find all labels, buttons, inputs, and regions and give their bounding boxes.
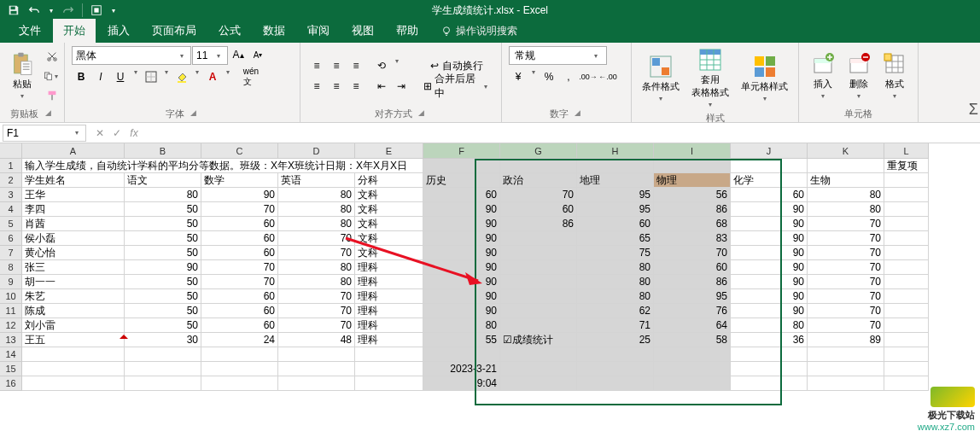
column-header[interactable]: D xyxy=(278,143,355,159)
cell[interactable]: 80 xyxy=(278,188,355,202)
cell[interactable] xyxy=(278,362,355,376)
border-icon[interactable] xyxy=(142,68,160,85)
cell[interactable]: 80 xyxy=(278,217,355,231)
select-all-button[interactable] xyxy=(0,143,22,159)
cell[interactable]: 50 xyxy=(125,318,201,333)
italic-button[interactable]: I xyxy=(91,68,110,85)
tab-insert[interactable]: 插入 xyxy=(97,19,140,43)
cell[interactable] xyxy=(884,347,929,362)
cell[interactable] xyxy=(731,376,808,391)
cell[interactable]: 70 xyxy=(201,275,278,289)
cell[interactable]: 重复项 xyxy=(884,159,929,173)
cell[interactable]: 80 xyxy=(577,275,654,289)
cell[interactable]: 71 xyxy=(577,318,654,333)
cell[interactable]: 李四 xyxy=(22,202,125,217)
cell[interactable]: 9:04 xyxy=(423,376,500,391)
cell[interactable] xyxy=(278,376,355,391)
font-dialog-launcher[interactable]: ◢ xyxy=(188,108,200,120)
cell[interactable]: 70 xyxy=(808,289,884,304)
cancel-formula-icon[interactable]: ✕ xyxy=(92,127,108,139)
cell[interactable]: 理科 xyxy=(355,318,423,333)
cell[interactable]: 50 xyxy=(125,289,201,304)
cell[interactable]: 95 xyxy=(654,289,731,304)
cell[interactable]: 36 xyxy=(731,333,808,347)
increase-decimal-icon[interactable]: .00→ xyxy=(579,68,598,85)
font-size-combo[interactable]: 11▾ xyxy=(192,46,228,65)
cell[interactable]: 60 xyxy=(201,217,278,231)
row-header[interactable]: 3 xyxy=(0,188,22,202)
cell[interactable]: 60 xyxy=(201,289,278,304)
cell[interactable]: 50 xyxy=(125,275,201,289)
cell[interactable]: 张三 xyxy=(22,260,125,275)
comma-format-icon[interactable]: , xyxy=(559,68,578,85)
cell[interactable] xyxy=(500,159,577,173)
cell[interactable]: 60 xyxy=(423,188,500,202)
cell[interactable] xyxy=(731,347,808,362)
row-header[interactable]: 11 xyxy=(0,304,22,318)
merge-center-button[interactable]: ⊞ 合并后居中 ▾ xyxy=(419,78,494,95)
cell[interactable]: 50 xyxy=(125,202,201,217)
cell[interactable]: 胡一一 xyxy=(22,275,125,289)
cell[interactable]: 86 xyxy=(654,202,731,217)
cell[interactable]: 90 xyxy=(423,260,500,275)
cell[interactable] xyxy=(500,231,577,246)
cut-icon[interactable] xyxy=(43,48,61,65)
cell[interactable]: 50 xyxy=(125,246,201,260)
cell[interactable] xyxy=(884,289,929,304)
cell[interactable] xyxy=(654,362,731,376)
cell[interactable]: 刘小雷 xyxy=(22,318,125,333)
cell[interactable] xyxy=(201,362,278,376)
cell[interactable]: 80 xyxy=(808,202,884,217)
delete-cells-button[interactable]: 删除▾ xyxy=(843,50,874,102)
align-left-icon[interactable]: ≡ xyxy=(307,78,326,95)
cell[interactable] xyxy=(884,246,929,260)
row-header[interactable]: 16 xyxy=(0,376,22,391)
cell[interactable]: 90 xyxy=(423,289,500,304)
cell[interactable]: 黄心怡 xyxy=(22,246,125,260)
autosum-icon[interactable]: Σ xyxy=(969,101,978,119)
row-header[interactable]: 8 xyxy=(0,260,22,275)
format-as-table-button[interactable]: 套用 表格格式▾ xyxy=(688,46,732,110)
cell[interactable] xyxy=(500,362,577,376)
column-header[interactable]: K xyxy=(808,143,884,159)
cell[interactable]: 文科 xyxy=(355,202,423,217)
cell[interactable]: 70 xyxy=(278,318,355,333)
percent-format-icon[interactable]: % xyxy=(540,68,558,85)
cell[interactable]: 65 xyxy=(577,231,654,246)
redo-icon[interactable] xyxy=(60,2,77,19)
cell[interactable]: 90 xyxy=(731,202,808,217)
cell[interactable]: 90 xyxy=(731,246,808,260)
row-header[interactable]: 13 xyxy=(0,333,22,347)
cell[interactable] xyxy=(884,173,929,188)
cell[interactable]: 80 xyxy=(423,318,500,333)
paste-button[interactable]: 粘贴 ▾ xyxy=(7,50,38,102)
align-bottom-icon[interactable]: ≡ xyxy=(347,57,365,74)
row-header[interactable]: 5 xyxy=(0,217,22,231)
worksheet[interactable]: ABCDEFGHIJKL 1输入学生成绩，自动统计学科的平均分等数据。班级：X年… xyxy=(0,143,980,391)
cell[interactable]: ☑成绩统计 xyxy=(500,333,577,347)
cell[interactable] xyxy=(654,347,731,362)
increase-indent-icon[interactable]: ⇥ xyxy=(392,78,411,95)
cell[interactable] xyxy=(808,376,884,391)
cell[interactable]: 历史 xyxy=(423,173,500,188)
align-top-icon[interactable]: ≡ xyxy=(307,57,326,74)
cell[interactable]: 语文 xyxy=(125,173,201,188)
cell[interactable]: 理科 xyxy=(355,333,423,347)
cell[interactable]: 90 xyxy=(423,275,500,289)
column-header[interactable]: A xyxy=(22,143,125,159)
cell[interactable]: 王五 xyxy=(22,333,125,347)
undo-dropdown-icon[interactable]: ▾ xyxy=(46,7,56,15)
cell[interactable]: 70 xyxy=(278,231,355,246)
cell[interactable]: 80 xyxy=(278,260,355,275)
cell[interactable]: 95 xyxy=(577,188,654,202)
cell[interactable]: 70 xyxy=(808,260,884,275)
cell[interactable]: 70 xyxy=(278,304,355,318)
cell[interactable] xyxy=(884,231,929,246)
cell[interactable]: 90 xyxy=(731,275,808,289)
cell[interactable] xyxy=(423,347,500,362)
cell[interactable]: 90 xyxy=(423,217,500,231)
cell[interactable]: 68 xyxy=(654,217,731,231)
qat-customize-icon[interactable]: ▾ xyxy=(108,7,119,15)
cell[interactable]: 90 xyxy=(731,231,808,246)
cell[interactable]: 80 xyxy=(125,188,201,202)
